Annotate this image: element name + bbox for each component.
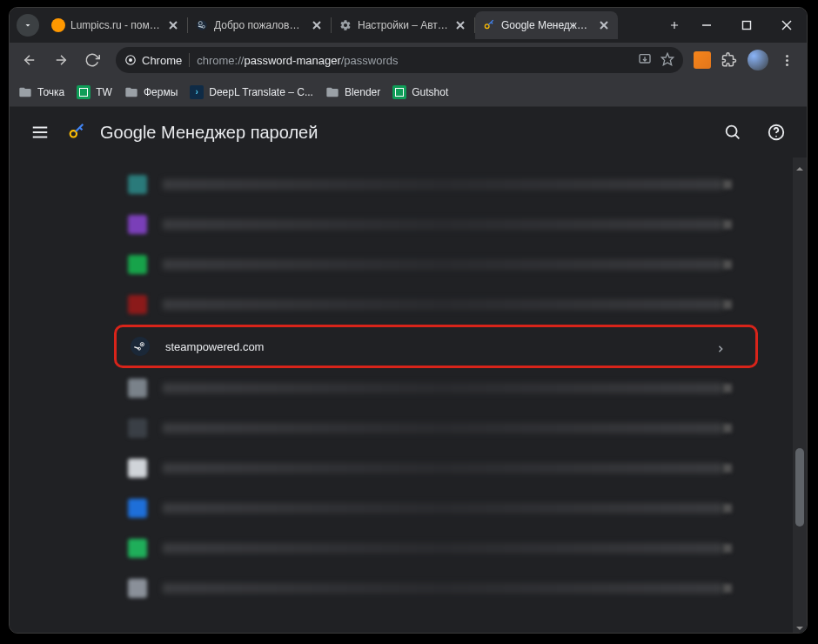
key-icon bbox=[67, 123, 86, 142]
chevron-right-icon bbox=[723, 584, 732, 593]
chevron-right-icon bbox=[723, 300, 732, 309]
profile-avatar[interactable] bbox=[748, 50, 768, 70]
content-area: steampowered.com bbox=[10, 158, 807, 633]
folder-icon bbox=[18, 85, 32, 99]
password-entry-blurred[interactable] bbox=[114, 205, 758, 245]
site-icon bbox=[128, 419, 147, 438]
page-title: Google Менеджер паролей bbox=[100, 123, 706, 143]
tab-close-button[interactable] bbox=[597, 18, 611, 32]
app-header: Google Менеджер паролей bbox=[10, 107, 807, 158]
chevron-right-icon bbox=[723, 384, 732, 392]
password-list-container: steampowered.com bbox=[10, 158, 793, 633]
password-entry-label-blurred bbox=[163, 299, 723, 310]
browser-window: Lumpics.ru - пом…Добро пожалов…Настройки… bbox=[9, 7, 808, 634]
window-maximize-button[interactable] bbox=[727, 8, 767, 43]
tab-strip: Lumpics.ru - пом…Добро пожалов…Настройки… bbox=[44, 8, 655, 43]
bookmark-item[interactable]: Точка bbox=[18, 85, 64, 99]
sheets-icon bbox=[392, 85, 406, 99]
tab-close-button[interactable] bbox=[453, 18, 467, 32]
bookmarks-bar: ТочкаTWФермы›DeepL Translate – С...Blend… bbox=[10, 77, 807, 107]
bookmark-label: Точка bbox=[37, 86, 64, 98]
steam-icon bbox=[131, 337, 150, 356]
browser-tab[interactable]: Lumpics.ru - пом… bbox=[44, 11, 187, 39]
install-app-icon[interactable] bbox=[638, 52, 652, 69]
site-icon bbox=[128, 459, 147, 478]
bookmark-item[interactable]: Gutshot bbox=[392, 85, 448, 99]
password-entry-label-blurred bbox=[163, 463, 723, 473]
bookmark-label: Blender bbox=[345, 86, 380, 98]
svg-point-31 bbox=[134, 340, 147, 353]
bookmark-item[interactable]: Blender bbox=[325, 85, 380, 99]
site-icon bbox=[128, 499, 147, 518]
tab-close-button[interactable] bbox=[310, 18, 324, 32]
bookmark-item[interactable]: Фермы bbox=[124, 85, 178, 99]
folder-icon bbox=[325, 85, 339, 99]
password-entry-blurred[interactable] bbox=[114, 568, 758, 608]
scroll-track[interactable] bbox=[793, 170, 807, 621]
help-button[interactable] bbox=[763, 119, 789, 145]
site-icon bbox=[128, 579, 147, 598]
svg-marker-25 bbox=[661, 53, 673, 64]
scroll-up-arrow[interactable] bbox=[795, 161, 804, 170]
tab-title: Добро пожалов… bbox=[214, 19, 305, 31]
site-icon bbox=[128, 295, 147, 314]
password-entry-label: steampowered.com bbox=[165, 340, 717, 353]
forward-button[interactable] bbox=[48, 47, 74, 73]
site-icon bbox=[128, 539, 147, 558]
reload-button[interactable] bbox=[79, 47, 105, 73]
scroll-down-arrow[interactable] bbox=[795, 621, 804, 629]
tab-close-button[interactable] bbox=[166, 18, 180, 32]
window-close-button[interactable] bbox=[767, 8, 807, 43]
svg-rect-16 bbox=[743, 22, 751, 30]
site-chip: Chrome bbox=[124, 54, 182, 67]
tab-title: Google Менедж… bbox=[501, 19, 592, 31]
extensions-button[interactable] bbox=[716, 47, 742, 73]
title-bar: Lumpics.ru - пом…Добро пожалов…Настройки… bbox=[10, 8, 807, 43]
site-icon bbox=[128, 175, 147, 194]
new-tab-button[interactable] bbox=[662, 13, 687, 37]
password-entry-label-blurred bbox=[163, 423, 723, 433]
chrome-menu-button[interactable] bbox=[774, 47, 800, 73]
bookmark-item[interactable]: ›DeepL Translate – С... bbox=[190, 85, 313, 99]
password-entry-blurred[interactable] bbox=[114, 528, 758, 568]
scroll-thumb[interactable] bbox=[795, 448, 804, 527]
search-button[interactable] bbox=[720, 119, 746, 145]
vertical-scrollbar[interactable] bbox=[793, 158, 807, 633]
browser-tab[interactable]: Настройки – Авт… bbox=[332, 11, 474, 39]
bookmark-item[interactable]: TW bbox=[77, 85, 112, 99]
svg-point-30 bbox=[775, 136, 777, 138]
password-entry-label-blurred bbox=[163, 543, 723, 553]
chevron-right-icon bbox=[723, 424, 732, 433]
password-entry-steampowered[interactable]: steampowered.com bbox=[114, 325, 758, 368]
svg-point-22 bbox=[129, 58, 132, 62]
password-entry-blurred[interactable] bbox=[114, 448, 758, 488]
chevron-right-icon bbox=[723, 544, 732, 553]
chevron-right-icon bbox=[723, 504, 732, 513]
toolbar: Chrome chrome://password-manager/passwor… bbox=[10, 43, 807, 77]
password-entry-label-blurred bbox=[163, 179, 723, 190]
browser-tab[interactable]: Google Менедж… bbox=[475, 11, 618, 39]
password-entry-label-blurred bbox=[163, 219, 723, 230]
window-minimize-button[interactable] bbox=[687, 8, 727, 43]
bookmark-label: Фермы bbox=[144, 86, 178, 98]
password-entry-blurred[interactable] bbox=[114, 164, 758, 205]
back-button[interactable] bbox=[17, 47, 43, 73]
password-entry-blurred[interactable] bbox=[114, 285, 758, 325]
svg-point-26 bbox=[70, 131, 77, 137]
chevron-right-icon bbox=[717, 340, 729, 352]
tab-search-button[interactable] bbox=[17, 14, 39, 37]
tab-favicon bbox=[51, 18, 65, 32]
password-entry-blurred[interactable] bbox=[114, 368, 758, 408]
sheets-icon bbox=[77, 85, 91, 99]
browser-tab[interactable]: Добро пожалов… bbox=[188, 11, 331, 39]
password-entry-blurred[interactable] bbox=[114, 488, 758, 528]
tab-favicon bbox=[482, 18, 496, 32]
address-bar[interactable]: Chrome chrome://password-manager/passwor… bbox=[116, 47, 683, 73]
password-entry-blurred[interactable] bbox=[114, 245, 758, 285]
bookmark-label: TW bbox=[96, 86, 112, 98]
url-text: chrome://password-manager/passwords bbox=[197, 54, 398, 67]
bookmark-star-icon[interactable] bbox=[660, 52, 674, 69]
menu-button[interactable] bbox=[27, 119, 53, 145]
extension-icon[interactable] bbox=[694, 51, 711, 69]
password-entry-blurred[interactable] bbox=[114, 408, 758, 448]
